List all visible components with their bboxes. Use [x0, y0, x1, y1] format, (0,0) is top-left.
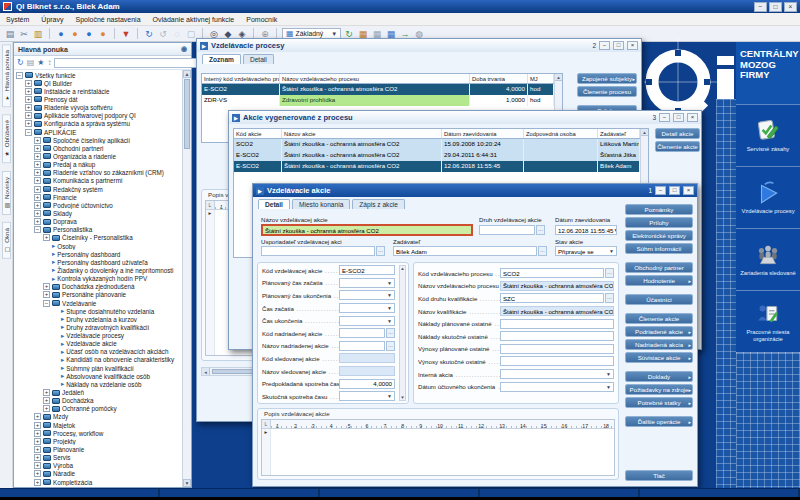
minimize-button[interactable]: −: [655, 186, 666, 195]
scroll-down-icon[interactable]: ▼: [183, 479, 191, 487]
tree-item[interactable]: −Všetky funkcie: [14, 71, 182, 79]
side-tab-news[interactable]: ▤Novinky: [2, 171, 11, 215]
action-button[interactable]: Zapojené subjekty▸: [577, 73, 637, 84]
action-name-input[interactable]: Štátní zkouška - ochranná atmosféra CO2: [261, 224, 473, 236]
shortcut-monitored-assignments[interactable]: Zariadenia sledované: [736, 228, 800, 290]
tree-item[interactable]: +Kompletizácia: [14, 478, 182, 486]
tree-item[interactable]: +Plánovanie: [14, 445, 182, 453]
paste-icon[interactable]: ▥: [32, 28, 44, 40]
cut-icon[interactable]: ✂: [18, 28, 30, 40]
tree-item[interactable]: +Dochádzka zjednodušená: [14, 283, 182, 291]
field-combo[interactable]: ▼: [339, 303, 395, 313]
table-row[interactable]: SCO2Štátní zkouška - ochranná atmosféra …: [234, 139, 640, 150]
tree-expander-icon[interactable]: +: [34, 194, 41, 201]
undo-icon[interactable]: ↺: [157, 28, 169, 40]
ellipsis-button[interactable]: ⋯: [605, 293, 614, 303]
tree-item[interactable]: −Personalistika: [14, 226, 182, 234]
action-button[interactable]: Elektronické správy: [625, 230, 693, 241]
field-input[interactable]: [339, 341, 385, 351]
tree-item[interactable]: +Obchodní partneri: [14, 144, 182, 152]
tree-expander-icon[interactable]: +: [43, 291, 50, 298]
tree-item[interactable]: +QI Builder: [14, 79, 182, 87]
tab-detail[interactable]: Detail: [243, 54, 274, 64]
table-row[interactable]: E-SCO2Štátní zkouška - ochranná atmosfér…: [234, 161, 640, 172]
tree-item[interactable]: +Predaj a nákup: [14, 161, 182, 169]
tree-item[interactable]: +Majetok: [14, 421, 182, 429]
scroll-up-icon[interactable]: ▲: [400, 266, 405, 271]
print-button[interactable]: Tlač: [625, 470, 693, 481]
tree-item[interactable]: +Výroba: [14, 462, 182, 470]
tree-expander-icon[interactable]: +: [34, 430, 41, 437]
side-tab-favorites[interactable]: ★Obľúbené: [2, 114, 11, 163]
field-combo[interactable]: ▼: [500, 382, 614, 392]
column-header[interactable]: Doba trvania: [470, 74, 528, 83]
field-input[interactable]: [500, 331, 614, 341]
requester-input[interactable]: Bílek Adam: [393, 246, 537, 256]
action-button[interactable]: Hodnotenie▸: [625, 275, 693, 286]
tree-expander-icon[interactable]: +: [43, 405, 50, 412]
scroll-down-icon[interactable]: ▼: [400, 395, 405, 400]
side-tab-main-menu[interactable]: ▸Hlavná ponuka: [2, 44, 11, 107]
column-header[interactable]: Názov akcie: [282, 129, 442, 138]
scroll-up-icon[interactable]: ▲: [555, 74, 562, 81]
field-input[interactable]: [500, 356, 614, 366]
tree-item[interactable]: +Spoločné číselníky aplikácií: [14, 136, 182, 144]
tree-expander-icon[interactable]: +: [25, 120, 32, 127]
tree-expander-icon[interactable]: +: [25, 80, 32, 87]
tree-expander-icon[interactable]: +: [34, 479, 41, 486]
action-button[interactable]: Doklady▸: [625, 371, 693, 382]
tree-expander-icon[interactable]: +: [43, 389, 50, 396]
tree-item[interactable]: +Redakčný systém: [14, 185, 182, 193]
action-kind-input[interactable]: [479, 225, 535, 235]
tree-expander-icon[interactable]: +: [34, 422, 41, 429]
tree-item[interactable]: +Jedáleň: [14, 388, 182, 396]
tree-item[interactable]: +Mzdy: [14, 413, 182, 421]
tree-item[interactable]: ▸Náklady na vzdelanie osôb: [14, 380, 182, 388]
pin-icon[interactable]: ▼: [120, 28, 132, 40]
ellipsis-button[interactable]: ⋯: [376, 246, 385, 256]
action-button[interactable]: Potrebné statky▸: [625, 397, 693, 408]
editor-content[interactable]: [271, 429, 614, 475]
tree-item[interactable]: +Aplikácie softwarovej podpory QI: [14, 112, 182, 120]
tree-expander-icon[interactable]: +: [34, 202, 41, 209]
tree-item[interactable]: +Financie: [14, 193, 182, 201]
action-button[interactable]: Prílohy: [625, 217, 693, 228]
action-button[interactable]: Detail akcie: [655, 128, 700, 139]
action-button[interactable]: Členenie akcie: [625, 313, 693, 324]
nav-prev-icon[interactable]: ●: [69, 28, 81, 40]
pin-icon[interactable]: ◉: [181, 45, 187, 53]
action-button[interactable]: Poznámky: [625, 204, 693, 215]
tree-expander-icon[interactable]: −: [16, 72, 23, 79]
list-icon[interactable]: ▤: [27, 58, 35, 68]
maximize-button[interactable]: □: [669, 186, 680, 195]
close-button[interactable]: ×: [784, 2, 797, 12]
menu-system[interactable]: Systém: [6, 16, 29, 23]
minimize-button[interactable]: −: [659, 113, 670, 122]
tree-expander-icon[interactable]: +: [34, 218, 41, 225]
ellipsis-button[interactable]: ⋯: [605, 268, 614, 278]
action-button[interactable]: Podriadené akcie▸: [625, 326, 693, 337]
tree-expander-icon[interactable]: +: [25, 104, 32, 111]
state-combo[interactable]: Připravuje se▼: [555, 246, 617, 256]
field-input[interactable]: [500, 319, 614, 329]
minimize-button[interactable]: −: [599, 41, 610, 50]
field-combo[interactable]: ▼: [500, 369, 614, 379]
tree-scrollbar[interactable]: ▲ ▼: [182, 70, 191, 487]
tree-expander-icon[interactable]: +: [34, 169, 41, 176]
column-header[interactable]: Názov vzdelávacieho procesu: [280, 74, 470, 83]
tree-expander-icon[interactable]: +: [34, 210, 41, 217]
tree-expander-icon[interactable]: +: [34, 186, 41, 193]
field-input[interactable]: E-SCO2: [339, 265, 395, 275]
nav-last-icon[interactable]: ●: [97, 28, 109, 40]
minimize-button[interactable]: −: [754, 2, 767, 12]
tree-expander-icon[interactable]: −: [43, 300, 50, 307]
menu-common-settings[interactable]: Spoločné nastavenia: [76, 16, 141, 23]
ellipsis-button[interactable]: ⋯: [538, 246, 547, 256]
tree-item[interactable]: ▸Osoby: [14, 242, 182, 250]
nav-first-icon[interactable]: ●: [55, 28, 67, 40]
refresh-icon[interactable]: ↻: [17, 58, 24, 68]
side-tab-windows[interactable]: ▢Okná: [2, 222, 11, 259]
tree-item[interactable]: +Podvojné účtovníctvo: [14, 201, 182, 209]
tree-item[interactable]: ▸Stupne dosiahnutého vzdelania: [14, 307, 182, 315]
stop-icon[interactable]: ◌: [171, 28, 183, 40]
